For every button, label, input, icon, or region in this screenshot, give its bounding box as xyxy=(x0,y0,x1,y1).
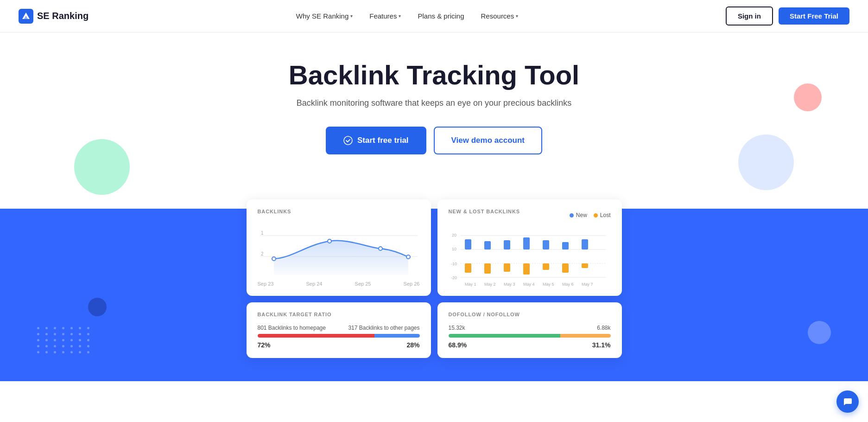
new-lost-header: NEW & LOST BACKLINKS New Lost xyxy=(449,209,611,222)
ratio-right-fill xyxy=(374,334,420,338)
new-lost-legend: New Lost xyxy=(570,212,611,218)
deco-dots xyxy=(37,327,92,353)
svg-text:May 3: May 3 xyxy=(504,282,515,287)
ratio-right-label: 317 Backlinks to other pages xyxy=(348,325,419,331)
svg-text:-10: -10 xyxy=(451,262,457,266)
logo[interactable]: SE Ranking xyxy=(19,9,89,24)
dofollow-left-pct: 68.9% xyxy=(449,341,467,349)
nav-resources[interactable]: Resources ▾ xyxy=(481,12,519,20)
chevron-down-icon: ▾ xyxy=(399,13,401,19)
deco-circle-blue-light xyxy=(738,134,794,190)
svg-rect-33 xyxy=(582,263,588,268)
hero-title: Backlink Tracking Tool xyxy=(9,60,859,90)
new-lost-card-title: NEW & LOST BACKLINKS xyxy=(449,209,520,214)
deco-circle-dark xyxy=(88,298,107,316)
nav-plans-pricing[interactable]: Plans & pricing xyxy=(418,12,464,20)
svg-point-11 xyxy=(406,255,410,259)
dofollow-right-pct: 31.1% xyxy=(592,341,611,349)
signin-button[interactable]: Sign in xyxy=(726,6,773,26)
dofollow-card-title: DOFOLLOW / NOFOLLOW xyxy=(449,312,611,317)
svg-rect-23 xyxy=(484,263,491,274)
backlinks-card: BACKLINKS 1 2 xyxy=(247,199,431,296)
ratio-left-fill xyxy=(258,334,374,338)
ratio-pcts: 72% 28% xyxy=(258,341,420,349)
svg-rect-30 xyxy=(562,242,569,249)
x-label-sep23: Sep 23 xyxy=(258,281,274,287)
svg-text:May 2: May 2 xyxy=(484,282,496,287)
logo-text: SE Ranking xyxy=(37,11,89,21)
svg-rect-22 xyxy=(484,241,491,249)
nav-links: Why SE Ranking ▾ Features ▾ Plans & pric… xyxy=(296,12,518,20)
ratio-card: BACKLINK TARGET RATIO 801 Backlinks to h… xyxy=(247,302,431,358)
nav-features[interactable]: Features ▾ xyxy=(369,12,401,20)
dofollow-right-val: 6.88k xyxy=(597,325,610,331)
hero-subtitle: Backlink monitoring software that keeps … xyxy=(9,98,859,108)
svg-text:1: 1 xyxy=(261,230,264,236)
svg-rect-32 xyxy=(582,239,588,249)
svg-text:10: 10 xyxy=(452,247,456,251)
svg-rect-26 xyxy=(523,237,530,249)
hero-buttons: Start free trial View demo account xyxy=(9,127,859,154)
dashboard-cards: BACKLINKS 1 2 xyxy=(237,199,631,372)
svg-rect-24 xyxy=(504,240,510,249)
chevron-down-icon: ▾ xyxy=(350,13,353,19)
view-demo-button[interactable]: View demo account xyxy=(434,127,542,154)
svg-text:May 1: May 1 xyxy=(465,282,476,287)
svg-text:2: 2 xyxy=(261,251,264,256)
dofollow-right-fill xyxy=(560,334,611,338)
hero-section: Backlink Tracking Tool Backlink monitori… xyxy=(0,32,868,209)
dofollow-bar xyxy=(449,334,611,338)
dofollow-left-val: 15.32k xyxy=(449,325,465,331)
ratio-left-pct: 72% xyxy=(258,341,271,349)
svg-rect-29 xyxy=(543,263,549,270)
deco-circle-pink xyxy=(794,83,822,111)
svg-text:May 6: May 6 xyxy=(562,282,574,287)
svg-rect-27 xyxy=(523,263,530,275)
x-label-sep25: Sep 25 xyxy=(355,281,371,287)
svg-rect-21 xyxy=(465,263,471,273)
nav-why-se-ranking[interactable]: Why SE Ranking ▾ xyxy=(296,12,353,20)
legend-lost-dot xyxy=(594,213,598,217)
x-label-sep24: Sep 24 xyxy=(306,281,323,287)
svg-rect-31 xyxy=(562,263,569,273)
svg-text:-20: -20 xyxy=(451,275,457,280)
svg-point-8 xyxy=(272,257,276,261)
deco-circle-gray xyxy=(808,321,831,344)
svg-rect-25 xyxy=(504,263,510,272)
deco-circle-green xyxy=(74,139,130,195)
dofollow-pcts: 68.9% 31.1% xyxy=(449,341,611,349)
svg-rect-20 xyxy=(465,239,471,249)
dofollow-left-fill xyxy=(449,334,561,338)
legend-new: New xyxy=(570,212,587,218)
svg-point-10 xyxy=(379,247,382,250)
new-lost-bar-chart: 20 10 -10 -20 xyxy=(449,226,611,287)
backlinks-x-labels: Sep 23 Sep 24 Sep 25 Sep 26 xyxy=(258,281,420,287)
ratio-left-label: 801 Backlinks to homepage xyxy=(258,325,326,331)
start-free-trial-button-nav[interactable]: Start Free Trial xyxy=(779,7,849,25)
new-lost-card: NEW & LOST BACKLINKS New Lost xyxy=(437,199,622,296)
x-label-sep26: Sep 26 xyxy=(404,281,420,287)
svg-point-3 xyxy=(344,136,352,145)
dofollow-card: DOFOLLOW / NOFOLLOW 15.32k 6.88k 68.9% 3… xyxy=(437,302,622,358)
ratio-labels: 801 Backlinks to homepage 317 Backlinks … xyxy=(258,325,420,331)
dofollow-values: 15.32k 6.88k xyxy=(449,325,611,331)
svg-rect-28 xyxy=(543,240,549,249)
ratio-right-pct: 28% xyxy=(406,341,419,349)
nav-actions: Sign in Start Free Trial xyxy=(726,6,849,26)
logo-icon xyxy=(19,9,33,24)
svg-text:May 5: May 5 xyxy=(543,282,554,287)
ratio-bar xyxy=(258,334,420,338)
ratio-card-title: BACKLINK TARGET RATIO xyxy=(258,312,420,317)
check-circle-icon xyxy=(343,136,353,145)
svg-text:May 7: May 7 xyxy=(582,282,593,287)
backlinks-card-title: BACKLINKS xyxy=(258,209,420,214)
svg-text:May 4: May 4 xyxy=(523,282,535,287)
legend-lost: Lost xyxy=(594,212,611,218)
start-free-trial-button-hero[interactable]: Start free trial xyxy=(326,127,426,154)
legend-new-dot xyxy=(570,213,574,217)
chevron-down-icon: ▾ xyxy=(516,13,518,19)
backlinks-line-chart: 1 2 xyxy=(258,222,420,277)
navbar: SE Ranking Why SE Ranking ▾ Features ▾ P… xyxy=(0,0,868,32)
svg-point-9 xyxy=(328,239,331,243)
dashboard-section: BACKLINKS 1 2 xyxy=(0,209,868,381)
